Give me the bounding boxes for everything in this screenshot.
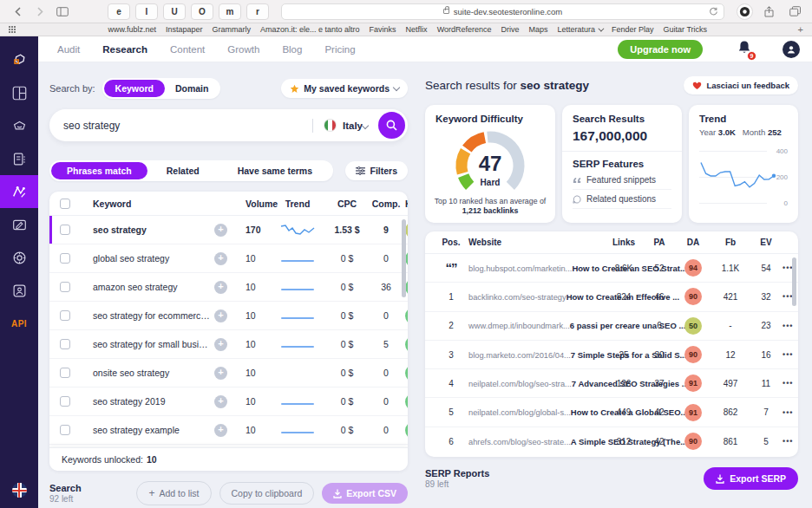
row-menu-icon[interactable]: ••• xyxy=(783,408,793,417)
bookmark-item[interactable]: WordReference xyxy=(437,25,492,34)
upgrade-button[interactable]: Upgrade now xyxy=(618,40,703,59)
row-menu-icon[interactable]: ••• xyxy=(783,379,793,388)
export-serp-button[interactable]: Export SERP xyxy=(704,467,798,490)
chevron-down-icon[interactable] xyxy=(362,121,369,128)
table-row[interactable]: seo strategy example + 10 0 $ 0 12 xyxy=(49,416,408,445)
scrollbar[interactable] xyxy=(402,219,406,297)
bookmark-item[interactable]: Instapaper xyxy=(166,25,203,34)
serp-row[interactable]: 3 blog.marketo.com/2016/04...7 Simple St… xyxy=(425,341,798,369)
bookmark-item[interactable]: Netflix xyxy=(406,25,428,34)
extension-icon-5[interactable]: m xyxy=(219,3,241,20)
row-menu-icon[interactable]: ••• xyxy=(783,350,793,359)
copy-to-clipboard-button[interactable]: Copy to clipboard xyxy=(219,482,315,505)
back-button-icon[interactable] xyxy=(7,3,28,19)
export-csv-button[interactable]: Export CSV xyxy=(322,483,408,504)
select-all-checkbox[interactable] xyxy=(60,199,70,209)
bookmark-folder[interactable]: Letteratura xyxy=(558,25,603,34)
tab-related[interactable]: Related xyxy=(147,162,219,179)
address-bar[interactable]: suite-dev.seotesteronline.com xyxy=(281,3,724,20)
notifications-bell-icon[interactable]: 9 xyxy=(737,40,751,58)
bookmark-item[interactable]: Guitar Tricks xyxy=(664,25,708,34)
sidebar-logo[interactable] xyxy=(0,43,38,76)
user-avatar[interactable] xyxy=(783,41,800,58)
row-checkbox[interactable] xyxy=(60,310,70,321)
nav-item-content[interactable]: Content xyxy=(170,44,205,55)
share-icon[interactable] xyxy=(758,3,779,19)
serp-row[interactable]: 2 www.dmep.it/inboundmark...6 passi per … xyxy=(425,312,798,341)
scrollbar[interactable] xyxy=(792,257,796,306)
feedback-button[interactable]: Lasciaci un feedback xyxy=(684,76,798,94)
add-keyword-icon[interactable]: + xyxy=(214,224,227,237)
sidebar-item-leads[interactable] xyxy=(0,274,38,307)
bookmark-item[interactable]: Fender Play xyxy=(612,25,654,34)
table-row[interactable]: seo strategy + 170 1.53 $ 9 47 xyxy=(49,216,408,244)
row-menu-icon[interactable]: ••• xyxy=(783,322,793,330)
extension-icon-6[interactable]: r xyxy=(246,3,269,20)
tabs-overview-icon[interactable] xyxy=(784,3,805,19)
table-row[interactable]: seo strategy for small business + 10 0 $… xyxy=(49,330,408,359)
row-checkbox[interactable] xyxy=(60,339,70,349)
extension-icon-2[interactable]: I xyxy=(135,3,158,20)
country-select-value[interactable]: Italy xyxy=(343,120,363,131)
row-checkbox[interactable] xyxy=(60,253,70,264)
sidebar-item-seo-editor[interactable] xyxy=(0,208,38,241)
row-checkbox[interactable] xyxy=(60,425,70,435)
extension-icon-1[interactable]: e xyxy=(108,3,130,20)
nav-item-research[interactable]: Research xyxy=(102,44,147,55)
bookmark-item[interactable]: www.fublz.net xyxy=(108,25,156,34)
sidebar-toggle-icon[interactable] xyxy=(52,3,73,19)
row-checkbox[interactable] xyxy=(60,396,70,407)
bookmarks-grid-icon[interactable] xyxy=(9,26,16,33)
nav-item-growth[interactable]: Growth xyxy=(227,44,259,55)
language-flag-icon[interactable] xyxy=(12,483,27,498)
nav-item-audit[interactable]: Audit xyxy=(57,44,80,55)
add-to-list-button[interactable]: + Add to list xyxy=(136,481,211,505)
table-row[interactable]: amazon seo strategy + 10 0 $ 36 19 xyxy=(49,273,408,302)
toggle-keyword[interactable]: Keyword xyxy=(104,80,165,97)
add-keyword-icon[interactable]: + xyxy=(214,424,227,437)
search-button[interactable] xyxy=(378,112,405,139)
row-menu-icon[interactable]: ••• xyxy=(783,437,793,446)
add-keyword-icon[interactable]: + xyxy=(214,367,227,380)
sidebar-item-seo-checker[interactable] xyxy=(0,109,38,142)
row-checkbox[interactable] xyxy=(60,282,70,292)
nav-item-pricing[interactable]: Pricing xyxy=(324,44,355,55)
serp-row[interactable]: “” blog.hubspot.com/marketin...How to Cr… xyxy=(425,254,798,283)
add-keyword-icon[interactable]: + xyxy=(214,395,227,408)
bookmark-item[interactable]: Drive xyxy=(501,25,520,34)
sidebar-item-academy[interactable] xyxy=(0,241,38,274)
add-keyword-icon[interactable]: + xyxy=(214,309,227,322)
table-row[interactable]: seo strategy 2019 + 10 0 $ 0 12 xyxy=(49,388,408,416)
tab-phrases-match[interactable]: Phrases match xyxy=(51,162,147,179)
bookmark-item[interactable]: Favinks xyxy=(370,25,396,34)
sidebar-item-reports[interactable] xyxy=(0,142,38,175)
row-checkbox[interactable] xyxy=(60,225,70,235)
table-row[interactable]: global seo strategy + 10 0 $ 0 12 xyxy=(49,244,408,273)
filters-button[interactable]: Filters xyxy=(345,161,408,180)
table-row[interactable]: seo strategy for ecommerce ... + 10 0 $ … xyxy=(49,302,408,330)
saved-keywords-dropdown[interactable]: My saved keywords xyxy=(281,79,408,98)
serp-row[interactable]: 1 backlinko.com/seo-strategyHow to Creat… xyxy=(425,283,798,311)
tab-have-same-terms[interactable]: Have same terms xyxy=(219,162,331,179)
reload-icon[interactable] xyxy=(709,7,718,18)
sidebar-item-api[interactable]: API xyxy=(0,307,38,340)
extension-icon-4[interactable]: O xyxy=(191,3,213,20)
sidebar-item-dashboard[interactable] xyxy=(0,76,38,109)
add-bookmark-icon[interactable]: + xyxy=(798,24,803,35)
toggle-domain[interactable]: Domain xyxy=(165,80,219,97)
keyword-search-input[interactable] xyxy=(63,120,302,132)
extension-icon-3[interactable]: U xyxy=(163,3,186,20)
add-keyword-icon[interactable]: + xyxy=(214,281,227,294)
forward-button-icon[interactable] xyxy=(29,3,50,19)
add-keyword-icon[interactable]: + xyxy=(214,252,227,265)
add-keyword-icon[interactable]: + xyxy=(214,338,227,351)
serp-row[interactable]: 5 neilpatel.com/blog/global-s...How to C… xyxy=(425,398,798,427)
row-checkbox[interactable] xyxy=(60,368,70,378)
bookmark-item[interactable]: Amazon.it: ele... e tanto altro xyxy=(260,25,360,34)
content-blocker-icon[interactable] xyxy=(737,3,753,20)
sidebar-item-keyword-research[interactable] xyxy=(0,175,38,208)
nav-item-blog[interactable]: Blog xyxy=(282,44,302,55)
bookmark-item[interactable]: Grammarly xyxy=(213,25,252,34)
serp-row[interactable]: 4 neilpatel.com/blog/seo-stra...7 Advanc… xyxy=(425,369,798,398)
serp-row[interactable]: 6 ahrefs.com/blog/seo-strate...A Simple … xyxy=(425,427,798,456)
